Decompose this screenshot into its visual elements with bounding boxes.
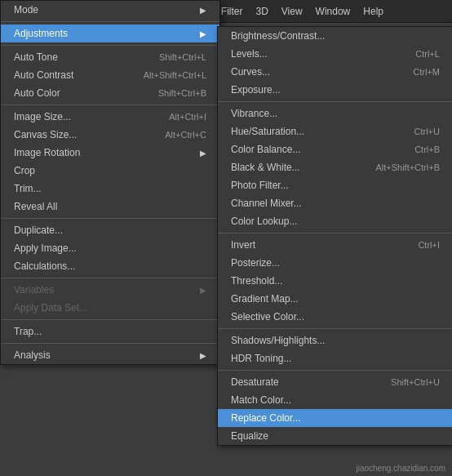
menu-item-gradient-map[interactable]: Gradient Map... [218, 290, 452, 308]
separator [218, 328, 452, 329]
arrow-icon: ▶ [200, 351, 206, 360]
separator [1, 218, 219, 219]
arrow-icon: ▶ [200, 6, 206, 15]
menu-item-color-lookup[interactable]: Color Lookup... [218, 212, 452, 230]
separator [1, 105, 219, 105]
menu-item-hdr-toning[interactable]: HDR Toning... [218, 349, 452, 367]
right-dropdown-menu: Brightness/Contrast... Levels... Ctrl+L … [217, 26, 452, 446]
menu-item-curves[interactable]: Curves... Ctrl+M [218, 63, 452, 81]
separator [1, 21, 219, 22]
menu-item-black-white[interactable]: Black & White... Alt+Shift+Ctrl+B [218, 158, 452, 176]
menu-item-adjustments[interactable]: Adjustments ▶ [1, 24, 219, 42]
menu-item-auto-color[interactable]: Auto Color Shift+Ctrl+B [1, 84, 219, 102]
menu-item-equalize[interactable]: Equalize [218, 427, 452, 445]
arrow-icon: ▶ [200, 286, 206, 295]
menu-item-variables: Variables ▶ [1, 281, 219, 299]
menu-item-color-balance[interactable]: Color Balance... Ctrl+B [218, 140, 452, 158]
separator [1, 278, 219, 278]
separator [218, 233, 452, 234]
menu-item-selective-color[interactable]: Selective Color... [218, 308, 452, 326]
arrow-icon: ▶ [200, 29, 206, 38]
menu-item-levels[interactable]: Levels... Ctrl+L [218, 45, 452, 63]
menu-help[interactable]: Help [357, 2, 390, 20]
menu-view[interactable]: View [275, 2, 309, 20]
menu-item-reveal-all[interactable]: Reveal All [1, 198, 219, 216]
menu-item-desaturate[interactable]: Desaturate Shift+Ctrl+U [218, 373, 452, 391]
menu-item-invert[interactable]: Invert Ctrl+I [218, 236, 452, 254]
menu-item-duplicate[interactable]: Duplicate... [1, 221, 219, 239]
arrow-icon: ▶ [200, 149, 206, 158]
menu-item-posterize[interactable]: Posterize... [218, 254, 452, 272]
menu-item-auto-contrast[interactable]: Auto Contrast Alt+Shift+Ctrl+L [1, 66, 219, 84]
menu-window[interactable]: Window [309, 2, 357, 20]
menu-item-auto-tone[interactable]: Auto Tone Shift+Ctrl+L [1, 48, 219, 66]
separator [1, 319, 219, 320]
menu-item-shadows-highlights[interactable]: Shadows/Highlights... [218, 331, 452, 349]
menu-item-replace-color[interactable]: Replace Color... [218, 409, 452, 427]
menu-item-apply-image[interactable]: Apply Image... [1, 239, 219, 257]
separator [218, 101, 452, 102]
menu-item-mode[interactable]: Mode ▶ [1, 1, 219, 19]
menu-item-match-color[interactable]: Match Color... [218, 391, 452, 409]
left-dropdown-menu: Mode ▶ Adjustments ▶ Auto Tone Shift+Ctr… [0, 0, 220, 365]
menu-item-threshold[interactable]: Threshold... [218, 272, 452, 290]
separator [1, 343, 219, 344]
menu-item-trap[interactable]: Trap... [1, 323, 219, 340]
menu-item-image-rotation[interactable]: Image Rotation ▶ [1, 144, 219, 162]
menu-item-hue-saturation[interactable]: Hue/Saturation... Ctrl+U [218, 122, 452, 140]
menu-item-trim[interactable]: Trim... [1, 180, 219, 198]
menu-3d[interactable]: 3D [249, 2, 274, 20]
menu-item-apply-data-set: Apply Data Set... [1, 299, 219, 317]
menu-item-crop[interactable]: Crop [1, 162, 219, 180]
menu-item-analysis[interactable]: Analysis ▶ [1, 346, 219, 364]
menu-item-calculations[interactable]: Calculations... [1, 257, 219, 275]
watermark: jiaocheng.chazidian.com [356, 464, 445, 473]
menu-item-vibrance[interactable]: Vibrance... [218, 105, 452, 122]
menu-item-exposure[interactable]: Exposure... [218, 81, 452, 99]
menu-item-photo-filter[interactable]: Photo Filter... [218, 176, 452, 194]
menu-item-canvas-size[interactable]: Canvas Size... Alt+Ctrl+C [1, 126, 219, 144]
separator [1, 45, 219, 46]
menu-item-image-size[interactable]: Image Size... Alt+Ctrl+I [1, 108, 219, 126]
menu-item-brightness-contrast[interactable]: Brightness/Contrast... [218, 27, 452, 45]
menu-item-channel-mixer[interactable]: Channel Mixer... [218, 194, 452, 212]
separator [218, 370, 452, 371]
